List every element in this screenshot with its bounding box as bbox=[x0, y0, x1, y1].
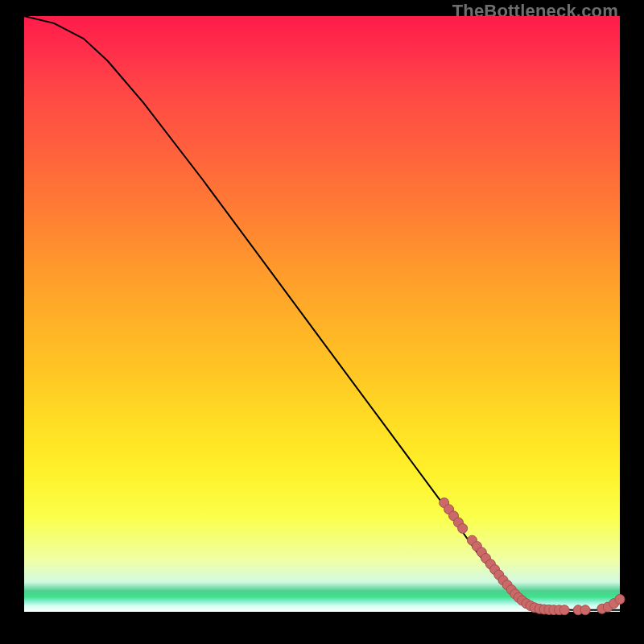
curve-markers bbox=[440, 498, 625, 615]
curve-marker bbox=[615, 594, 625, 604]
curve-marker bbox=[458, 523, 468, 533]
plot-area bbox=[24, 16, 620, 612]
chart-stage: TheBottleneck.com bbox=[0, 0, 644, 644]
curve-marker bbox=[559, 605, 569, 615]
bottleneck-curve bbox=[24, 16, 620, 610]
curve-marker bbox=[580, 605, 590, 615]
plot-svg bbox=[24, 16, 620, 612]
